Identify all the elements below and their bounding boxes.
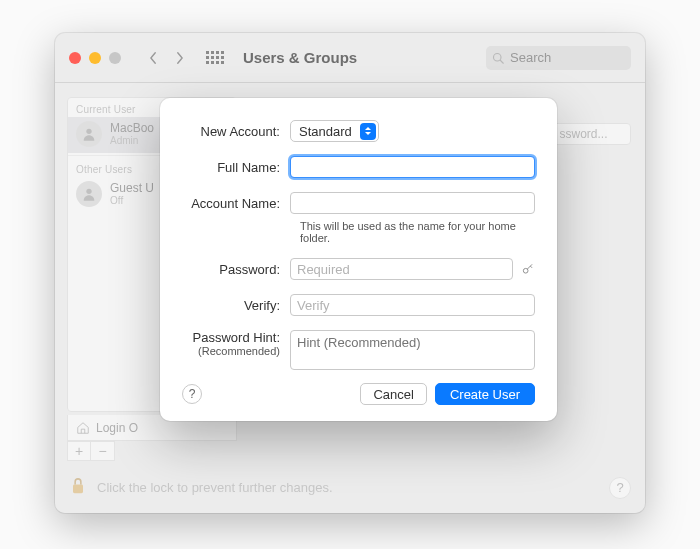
svg-point-5 <box>523 268 528 273</box>
titlebar: Users & Groups Search <box>55 33 645 83</box>
new-account-sheet: New Account: Standard Full Name: Account… <box>160 98 557 421</box>
window-title: Users & Groups <box>243 49 357 66</box>
search-field[interactable]: Search <box>486 46 631 70</box>
password-hint-label: Password Hint: (Recommended) <box>182 330 290 357</box>
zoom-window-button[interactable] <box>109 52 121 64</box>
cancel-button[interactable]: Cancel <box>360 383 426 405</box>
verify-label: Verify: <box>182 298 290 313</box>
account-type-value: Standard <box>299 124 352 139</box>
password-hint-input[interactable] <box>290 330 535 370</box>
password-label: Password: <box>182 262 290 277</box>
full-name-label: Full Name: <box>182 160 290 175</box>
password-input[interactable] <box>290 258 513 280</box>
create-user-button[interactable]: Create User <box>435 383 535 405</box>
new-account-label: New Account: <box>182 124 290 139</box>
search-icon <box>492 52 504 64</box>
sheet-help-button[interactable]: ? <box>182 384 202 404</box>
show-all-icon[interactable] <box>205 48 225 68</box>
select-arrows-icon <box>360 123 376 140</box>
forward-button[interactable] <box>167 46 191 70</box>
account-name-hint: This will be used as the name for your h… <box>300 220 535 244</box>
account-name-label: Account Name: <box>182 196 290 211</box>
verify-input[interactable] <box>290 294 535 316</box>
search-placeholder: Search <box>510 50 551 65</box>
svg-line-1 <box>500 60 503 63</box>
account-type-select[interactable]: Standard <box>290 120 379 142</box>
full-name-input[interactable] <box>290 156 535 178</box>
minimize-window-button[interactable] <box>89 52 101 64</box>
password-assistant-icon[interactable] <box>521 262 535 276</box>
close-window-button[interactable] <box>69 52 81 64</box>
account-name-input[interactable] <box>290 192 535 214</box>
back-button[interactable] <box>141 46 165 70</box>
window-controls <box>69 52 121 64</box>
